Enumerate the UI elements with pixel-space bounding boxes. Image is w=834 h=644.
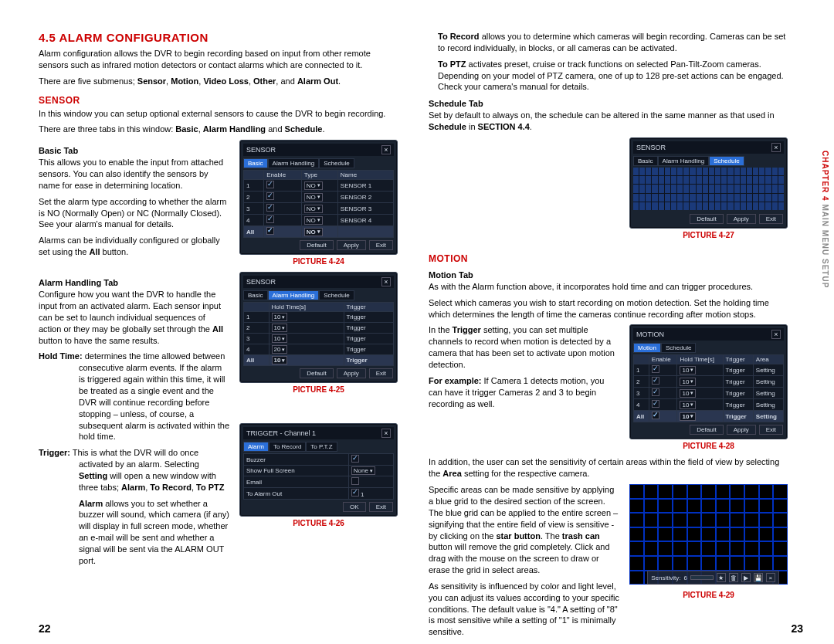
picture-caption: PICTURE 4-25: [239, 385, 398, 394]
picture-caption: PICTURE 4-28: [629, 442, 788, 450]
motion-tab-screenshot: MOTION× MotionSchedule EnableHold Time[s…: [629, 324, 788, 439]
sensor-basic-screenshot: SENSOR× BasicAlarm HandlingSchedule Enab…: [239, 140, 398, 255]
chapter-sidebar-tab: CHAPTER 4 MAIN MENU SETUP: [821, 151, 829, 288]
left-page: 4.5 ALARM CONFIGURATION Alarm configurat…: [39, 31, 398, 629]
trash-icon[interactable]: 🗑: [729, 573, 738, 582]
right-page: To Record allows you to determine which …: [429, 31, 811, 629]
schedule-tab-heading: Schedule Tab: [429, 99, 788, 108]
picture-caption: PICTURE 4-27: [629, 231, 788, 239]
close-icon[interactable]: ×: [381, 145, 391, 154]
close-icon[interactable]: ×: [771, 143, 781, 152]
alarm-handling-heading: Alarm Handling Tab: [39, 278, 230, 287]
close-icon[interactable]: ×: [381, 277, 391, 286]
star-icon[interactable]: ★: [717, 573, 726, 582]
picture-caption: PICTURE 4-26: [239, 519, 398, 527]
close-icon[interactable]: ×: [381, 429, 391, 438]
sensor-alarm-handling-screenshot: SENSOR× BasicAlarm HandlingSchedule Hold…: [239, 272, 398, 383]
close-icon[interactable]: ×: [771, 330, 781, 339]
save-icon[interactable]: 💾: [754, 573, 763, 582]
sensor-schedule-screenshot: SENSOR× BasicAlarm HandlingSchedule Defa…: [629, 137, 788, 229]
submenu-list: There are five submenus; Sensor, Motion,…: [39, 76, 398, 87]
page-number-right: 23: [791, 622, 803, 635]
sensitivity-toolbar: Sensitivity: 6 ★ 🗑 ▶ 💾 ×: [647, 571, 779, 585]
test-icon[interactable]: ▶: [741, 573, 751, 582]
sensor-intro: In this window you can setup optional ex…: [39, 108, 398, 120]
motion-tab-heading: Motion Tab: [429, 270, 788, 280]
sensor-heading: SENSOR: [39, 95, 398, 106]
motion-heading: MOTION: [429, 253, 788, 264]
chapter-label: CHAPTER 4: [821, 151, 829, 202]
page-number-left: 22: [39, 622, 51, 635]
chapter-title: MAIN MENU SETUP: [821, 204, 829, 288]
close-icon[interactable]: ×: [766, 573, 775, 582]
intro-text: Alarm configuration allows the DVR to be…: [39, 48, 398, 71]
picture-caption: PICTURE 4-24: [239, 257, 398, 266]
trigger-channel-screenshot: TRIGGER - Channel 1× AlarmTo RecordTo P.…: [239, 423, 398, 517]
section-heading: 4.5 ALARM CONFIGURATION: [39, 31, 398, 44]
sensor-tabs: There are three tabs in this window: Bas…: [39, 124, 398, 135]
motion-area-grid-screenshot: [629, 484, 788, 585]
basic-tab-heading: Basic Tab: [39, 146, 230, 155]
